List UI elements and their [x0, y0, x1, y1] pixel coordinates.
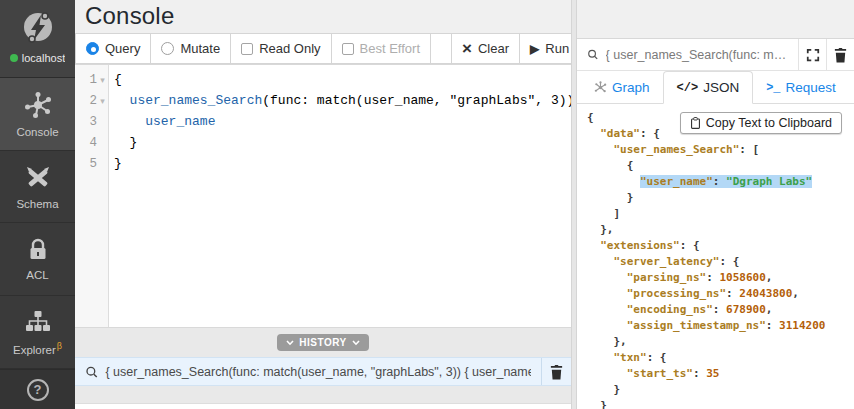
gutter-line-number: 4 [75, 132, 108, 153]
sidebar-item-console[interactable]: Console [0, 78, 75, 151]
results-header-gap [577, 0, 854, 38]
best-effort-checkbox[interactable]: Best Effort [332, 33, 431, 64]
sitemap-icon [24, 309, 52, 335]
results-search-row: { user_names_Search(func: match(... [577, 38, 854, 71]
copy-to-clipboard-button[interactable]: Copy Text to Clipboard [680, 112, 842, 134]
checkbox-icon [342, 43, 354, 55]
code-line: } [114, 132, 571, 153]
fullscreen-button[interactable] [798, 39, 826, 70]
editor-code: { user_names_Search(func: match(user_nam… [109, 65, 571, 327]
code-line: "parsing_ns": 1058600, [587, 270, 854, 286]
results-panel: { user_names_Search(func: match(... Grap… [577, 0, 854, 409]
code-line: "extensions": { [587, 238, 854, 254]
trash-icon [833, 47, 848, 63]
server-status-dot [10, 54, 18, 62]
history-gap [75, 386, 571, 403]
mutate-radio[interactable]: Mutate [151, 33, 231, 64]
sidebar-item-schema[interactable]: Schema [0, 151, 75, 224]
gutter-line-number: 5 [75, 153, 108, 174]
close-icon: × [462, 40, 472, 57]
search-icon [587, 48, 599, 61]
console-graph-icon [23, 90, 53, 120]
history-entry-row: { user_names_Search(func: match(user_nam… [75, 357, 571, 386]
code-line: user_names_Search(func: match(user_name,… [114, 90, 571, 111]
lock-icon [25, 237, 51, 263]
code-line: "assign_timestamp_ns": 3114200 [587, 318, 854, 334]
terminal-icon: >_ [766, 81, 780, 95]
page-title: Console [75, 0, 571, 33]
tab-json[interactable]: </> JSON [663, 71, 754, 104]
sidebar: localhost Console [0, 0, 75, 409]
play-icon: ▶ [530, 43, 539, 55]
beta-badge: β [57, 341, 62, 351]
results-tabs: Graph </> JSON >_ Request [577, 71, 854, 104]
code-line: user_name [114, 111, 571, 132]
dgraph-logo-icon [18, 8, 58, 48]
code-line: "encoding_ns": 678900, [587, 302, 854, 318]
code-line: }, [587, 334, 854, 350]
sidebar-item-label: ACL [26, 269, 48, 281]
code-line: } [114, 153, 571, 174]
fold-arrow-icon[interactable]: ▾ [97, 75, 108, 85]
history-entry-text: { user_names_Search(func: match(user_nam… [105, 365, 531, 379]
checkbox-icon [241, 43, 253, 55]
sidebar-item-explorer[interactable]: Explorerβ [0, 296, 75, 369]
graph-icon [594, 81, 607, 94]
schema-tools-icon [24, 164, 52, 192]
sidebar-item-label: Schema [16, 198, 58, 210]
sidebar-item-help[interactable]: ? [0, 369, 75, 409]
results-search-input[interactable]: { user_names_Search(func: match(... [577, 39, 798, 70]
code-line: } [587, 190, 854, 206]
clear-button[interactable]: × Clear [452, 33, 520, 64]
gutter-line-number: 3 [75, 111, 108, 132]
sidebar-item-server[interactable]: localhost [0, 0, 75, 78]
code-line: "start_ts": 35 [587, 366, 854, 382]
query-radio[interactable]: Query [75, 33, 151, 64]
code-line: "txn": { [587, 350, 854, 366]
code-line: { [587, 158, 854, 174]
clipboard-icon [690, 116, 701, 130]
history-toggle[interactable]: HISTORY [277, 334, 368, 351]
read-only-checkbox[interactable]: Read Only [231, 33, 331, 64]
tab-request[interactable]: >_ Request [753, 71, 849, 104]
code-line: }, [587, 222, 854, 238]
chevron-down-icon [352, 340, 360, 346]
code-line: } [587, 398, 854, 409]
results-search-value: { user_names_Search(func: match(... [606, 48, 790, 62]
history-entry[interactable]: { user_names_Search(func: match(user_nam… [75, 358, 541, 385]
chevron-down-icon [286, 340, 294, 346]
json-output: { "data": { "user_names_Search": [ { "us… [587, 110, 854, 409]
history-delete-button[interactable] [541, 358, 571, 385]
fullscreen-icon [806, 48, 820, 62]
code-line: "processing_ns": 24043800, [587, 286, 854, 302]
code-line: } [587, 382, 854, 398]
gutter-line-number[interactable]: 2▾ [75, 90, 108, 111]
code-line: "user_name": "Dgraph Labs" [587, 174, 854, 190]
tab-graph[interactable]: Graph [581, 71, 663, 104]
results-delete-button[interactable] [826, 39, 854, 70]
sidebar-item-acl[interactable]: ACL [0, 223, 75, 296]
search-icon [85, 365, 98, 379]
code-line: "user_names_Search": [ [587, 142, 854, 158]
server-label: localhost [22, 52, 65, 64]
radio-selected-icon [86, 42, 99, 55]
code-line: "server_latency": { [587, 254, 854, 270]
query-editor[interactable]: 1▾2▾345 { user_names_Search(func: match(… [75, 64, 571, 327]
fold-arrow-icon[interactable]: ▾ [97, 96, 108, 106]
trash-icon [549, 364, 564, 380]
toolbar-spacer [431, 33, 452, 64]
json-response-area: { "data": { "user_names_Search": [ { "us… [577, 104, 854, 409]
sidebar-item-label: Console [16, 126, 58, 138]
sidebar-item-label: Explorerβ [13, 341, 62, 356]
code-icon: </> [677, 81, 699, 95]
main-panel: Console Query Mutate Read Only Best Effo… [75, 0, 571, 409]
query-toolbar: Query Mutate Read Only Best Effort × Cle… [75, 33, 571, 64]
radio-unselected-icon [161, 42, 174, 55]
gutter-line-number[interactable]: 1▾ [75, 69, 108, 90]
code-line: { [114, 69, 571, 90]
help-icon: ? [27, 379, 49, 401]
editor-gutter: 1▾2▾345 [75, 65, 109, 327]
history-next-row[interactable] [75, 403, 571, 409]
code-line: ] [587, 206, 854, 222]
history-strip: HISTORY [75, 327, 571, 357]
